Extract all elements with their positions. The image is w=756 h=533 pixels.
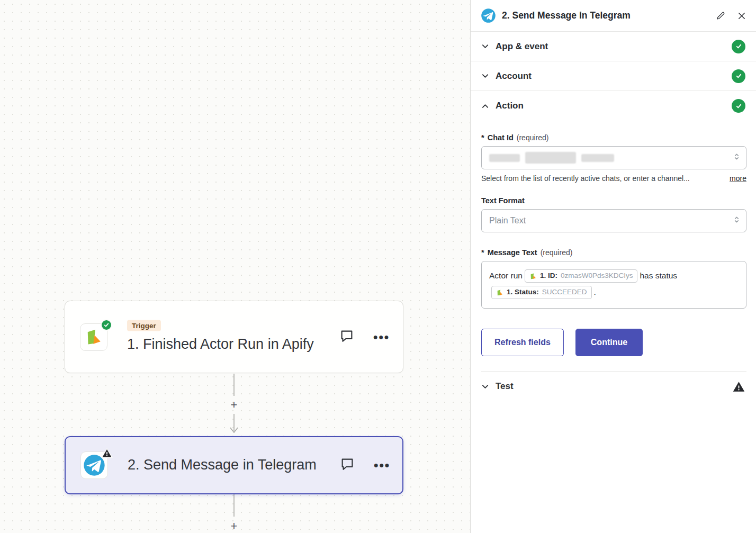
panel-title: 2. Send Message in Telegram bbox=[502, 10, 710, 21]
step-card-inner: 2. Send Message in Telegram ••• bbox=[66, 437, 402, 493]
step-menu-button[interactable]: ••• bbox=[373, 330, 390, 345]
step-title: 2. Send Message in Telegram bbox=[128, 455, 330, 475]
step-card-content: 2. Send Message in Telegram bbox=[128, 455, 330, 475]
edit-title-button[interactable] bbox=[716, 11, 725, 20]
section-account[interactable]: Account bbox=[471, 61, 756, 91]
warning-status-icon bbox=[732, 380, 745, 393]
pencil-icon bbox=[716, 11, 725, 20]
token-label: 1. ID: bbox=[540, 271, 557, 281]
message-text-label-text: Message Text bbox=[488, 248, 537, 257]
refresh-fields-button[interactable]: Refresh fields bbox=[481, 329, 564, 356]
step-card-inner: Trigger 1. Finished Actor Run in Apify •… bbox=[65, 301, 403, 373]
step-menu-button[interactable]: ••• bbox=[374, 458, 390, 473]
workflow-canvas[interactable]: + + Trigger 1. Finished Actor Run in Api… bbox=[0, 0, 470, 533]
telegram-app-icon-box bbox=[80, 451, 108, 479]
select-stepper-icon bbox=[733, 153, 741, 163]
close-icon bbox=[737, 11, 746, 21]
chat-id-label: * Chat Id (required) bbox=[481, 133, 746, 142]
message-suffix: . bbox=[594, 287, 596, 296]
apify-app-icon-box bbox=[80, 323, 107, 351]
warning-badge-icon bbox=[101, 447, 113, 459]
add-step-button[interactable]: + bbox=[227, 398, 241, 412]
message-prefix: Actor run bbox=[489, 271, 523, 280]
text-format-label-text: Text Format bbox=[481, 196, 525, 205]
comment-button[interactable] bbox=[338, 328, 355, 346]
step-config-panel: 2. Send Message in Telegram App & event bbox=[470, 0, 756, 533]
field-token-run-id[interactable]: 1. ID:0zmasW0Pds3KDCIys bbox=[525, 269, 638, 283]
continue-button[interactable]: Continue bbox=[575, 329, 643, 356]
required-star: * bbox=[481, 248, 484, 257]
step-card-trigger[interactable]: Trigger 1. Finished Actor Run in Apify •… bbox=[65, 301, 403, 373]
zap-editor: + + Trigger 1. Finished Actor Run in Api… bbox=[0, 0, 756, 533]
select-stepper-icon bbox=[733, 216, 741, 226]
chat-id-helper-text: Select from the list of recently active … bbox=[481, 174, 723, 183]
section-test[interactable]: Test bbox=[471, 372, 756, 401]
close-panel-button[interactable] bbox=[737, 11, 746, 21]
step-card-content: Trigger 1. Finished Actor Run in Apify bbox=[127, 320, 329, 354]
panel-header: 2. Send Message in Telegram bbox=[471, 0, 756, 32]
more-link[interactable]: more bbox=[730, 174, 746, 183]
step-card-action[interactable]: 2. Send Message in Telegram ••• bbox=[65, 436, 403, 494]
success-status-icon bbox=[732, 40, 745, 53]
message-middle: has status bbox=[640, 271, 677, 280]
message-text-label: * Message Text (required) bbox=[481, 248, 746, 257]
token-label: 1. Status: bbox=[507, 287, 539, 297]
chevron-down-icon bbox=[481, 72, 489, 80]
field-token-run-status[interactable]: 1. Status:SUCCEEDED bbox=[491, 286, 592, 299]
chat-id-helper-row: Select from the list of recently active … bbox=[481, 174, 746, 183]
telegram-icon bbox=[481, 8, 496, 23]
chat-id-select[interactable] bbox=[481, 146, 746, 169]
section-app-event[interactable]: App & event bbox=[471, 32, 756, 61]
text-format-value: Plain Text bbox=[489, 216, 526, 225]
apify-icon bbox=[84, 328, 103, 347]
action-form: * Chat Id (required) Select from the lis… bbox=[471, 121, 756, 372]
token-value: 0zmasW0Pds3KDCIys bbox=[561, 271, 633, 281]
success-status-icon bbox=[732, 99, 745, 113]
section-label: App & event bbox=[496, 41, 725, 52]
required-note: (required) bbox=[541, 248, 573, 257]
text-format-select[interactable]: Plain Text bbox=[481, 209, 746, 232]
form-buttons: Refresh fields Continue bbox=[481, 329, 746, 356]
message-text-editor[interactable]: Actor run1. ID:0zmasW0Pds3KDCIyshas stat… bbox=[481, 261, 746, 309]
success-status-icon bbox=[732, 69, 745, 83]
chevron-up-icon bbox=[481, 102, 489, 110]
chevron-down-icon bbox=[481, 383, 489, 391]
chevron-down-icon bbox=[481, 42, 489, 50]
trigger-badge: Trigger bbox=[127, 320, 161, 331]
required-note: (required) bbox=[517, 133, 549, 142]
text-format-label: Text Format bbox=[481, 196, 746, 205]
chat-id-label-text: Chat Id bbox=[488, 133, 514, 142]
section-label: Test bbox=[496, 381, 725, 392]
comment-icon bbox=[338, 328, 355, 344]
required-star: * bbox=[481, 133, 484, 142]
comment-icon bbox=[339, 456, 356, 472]
step-title: 1. Finished Actor Run in Apify bbox=[127, 334, 329, 354]
success-badge-icon bbox=[101, 319, 112, 331]
apify-icon bbox=[496, 289, 503, 296]
section-label: Account bbox=[496, 71, 725, 82]
apify-icon bbox=[529, 273, 537, 280]
section-label: Action bbox=[496, 101, 725, 111]
chat-id-redacted-value bbox=[489, 152, 614, 164]
token-value: SUCCEEDED bbox=[542, 287, 587, 297]
comment-button[interactable] bbox=[339, 456, 356, 474]
section-action[interactable]: Action bbox=[471, 91, 756, 121]
add-step-button[interactable]: + bbox=[227, 519, 241, 533]
